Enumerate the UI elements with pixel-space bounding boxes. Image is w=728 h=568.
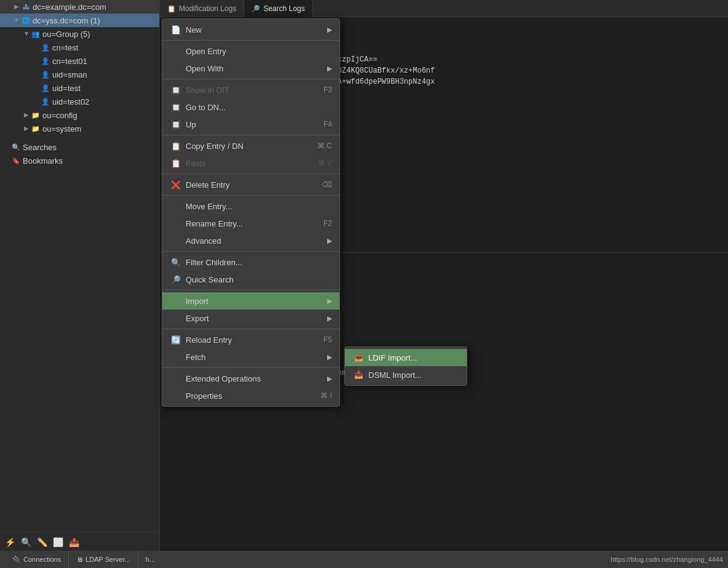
tree-arrow: [32, 43, 41, 52]
tree-label: ou=config: [42, 111, 77, 120]
rename-icon: [170, 217, 182, 230]
submenu-item-dsml-import[interactable]: 📥 DSML Import...: [345, 366, 467, 383]
toolbar-btn-5[interactable]: 📤: [66, 535, 81, 549]
tree-item-searches[interactable]: 🔍 Searches: [0, 140, 159, 154]
status-tab-ldap-server[interactable]: 🖥 LDAP Server...: [69, 551, 138, 568]
tab-search-logs[interactable]: 🔎 Search Logs: [244, 0, 312, 17]
context-menu: 📄 New ▶ Open Entry Open With ▶ 🔲 Show in…: [162, 18, 340, 407]
toolbar-btn-1[interactable]: ⚡: [2, 535, 17, 549]
shortcut: F4: [323, 120, 332, 129]
quick-search-icon: 🔎: [170, 273, 182, 286]
tree-item-dc-example[interactable]: ▶ 🖧 dc=example,dc=com: [0, 0, 159, 14]
filter-icon: 🔍: [170, 256, 182, 268]
menu-item-open-with[interactable]: Open With ▶: [162, 60, 339, 77]
tree-label: uid=test: [52, 84, 81, 93]
menu-item-label: Import: [186, 297, 323, 306]
dsml-import-icon: 📥: [352, 369, 365, 381]
bookmark-icon: 🔖: [11, 156, 21, 166]
menu-item-label: Filter Children...: [186, 258, 332, 267]
tree-item-cn-test01[interactable]: 👤 cn=test01: [0, 54, 159, 68]
menu-item-label: Up: [186, 120, 316, 129]
menu-separator: [162, 367, 339, 368]
tree-item-uid-sman[interactable]: 👤 uid=sman: [0, 68, 159, 81]
menu-item-rename-entry[interactable]: Rename Entry... F2: [162, 215, 339, 232]
menu-item-label: Delete Entry: [186, 180, 314, 190]
menu-item-label: Fetch: [186, 353, 323, 362]
export-icon: [170, 312, 182, 324]
search-icon: 🔍: [11, 142, 21, 152]
menu-item-advanced[interactable]: Advanced ▶: [162, 232, 339, 249]
menu-item-new[interactable]: 📄 New ▶: [162, 21, 339, 38]
arrow-icon: ▶: [327, 26, 332, 34]
tree-item-ou-config[interactable]: ▶ 📁 ou=config: [0, 108, 159, 122]
log-tabs: 📋 Modification Logs 🔎 Search Logs: [160, 0, 728, 17]
import-submenu: 📥 LDIF Import... 📥 DSML Import...: [344, 346, 467, 386]
open-with-icon: [170, 62, 182, 74]
menu-item-quick-search[interactable]: 🔎 Quick Search: [162, 271, 339, 288]
toolbar-btn-3[interactable]: ✏️: [34, 535, 49, 549]
tree-label: uid=sman: [52, 70, 87, 79]
menu-item-up[interactable]: 🔲 Up F4: [162, 116, 339, 133]
tree-label: cn=test01: [52, 57, 87, 66]
menu-item-copy-entry[interactable]: 📋 Copy Entry / DN ⌘ C: [162, 137, 339, 154]
folder-icon: 📁: [31, 110, 41, 120]
tree-label: ou=Group (5): [42, 30, 90, 39]
fetch-icon: [170, 351, 182, 363]
menu-item-import[interactable]: Import ▶: [162, 292, 339, 310]
tree-arrow: [32, 57, 41, 65]
menu-item-show-in-dit: 🔲 Show in DIT F3: [162, 81, 339, 98]
tree-item-uid-test[interactable]: 👤 uid=test: [0, 81, 159, 95]
tree-item-ou-system[interactable]: ▶ 📁 ou=system: [0, 122, 159, 135]
shortcut: F3: [323, 86, 332, 94]
globe-icon: 🌐: [21, 15, 31, 25]
tree-arrow: [2, 143, 11, 151]
tree-item-bookmarks[interactable]: 🔖 Bookmarks: [0, 154, 159, 167]
arrow-icon: ▶: [327, 314, 332, 322]
menu-separator: [162, 40, 339, 41]
tree-item-ou-group[interactable]: ▼ 👥 ou=Group (5): [0, 27, 159, 41]
tree-arrow: ▼: [12, 16, 21, 25]
arrow-icon: ▶: [327, 65, 332, 73]
status-url: https://blog.csdn.net/zhangiong_4444: [611, 556, 723, 563]
shortcut: ⌘ I: [320, 391, 332, 400]
tree-item-dc-yss[interactable]: ▼ 🌐 dc=yss,dc=com (1): [0, 14, 159, 27]
tree-item-uid-test02[interactable]: 👤 uid=test02: [0, 95, 159, 108]
status-tab-connections[interactable]: 🔌 Connections: [5, 551, 69, 568]
tree-label: dc=yss,dc=com (1): [33, 16, 100, 25]
menu-item-delete-entry[interactable]: ❌ Delete Entry ⌫: [162, 176, 339, 193]
menu-item-filter-children[interactable]: 🔍 Filter Children...: [162, 254, 339, 271]
menu-item-label: Extended Operations: [186, 374, 323, 383]
arrow-icon: ▶: [327, 297, 332, 305]
user-icon: 👤: [41, 42, 50, 52]
menu-item-label: Paste: [186, 159, 311, 168]
tab-modification-logs[interactable]: 📋 Modification Logs: [160, 0, 244, 17]
shortcut: ⌫: [322, 180, 332, 189]
tree-label: Searches: [23, 143, 57, 152]
shortcut: F2: [323, 219, 332, 228]
menu-item-export[interactable]: Export ▶: [162, 310, 339, 327]
submenu-label: LDIF Import...: [368, 353, 417, 362]
up-icon: 🔲: [170, 118, 182, 130]
import-icon: [170, 295, 182, 307]
menu-item-reload-entry[interactable]: 🔄 Reload Entry F5: [162, 331, 339, 348]
copy-icon: 📋: [170, 140, 182, 152]
menu-item-label: Go to DN...: [186, 103, 332, 112]
menu-item-properties[interactable]: Properties ⌘ I: [162, 387, 339, 404]
menu-separator: [162, 195, 339, 196]
menu-item-label: Open Entry: [186, 47, 332, 56]
tree-arrow: [32, 84, 41, 92]
user-icon: 👤: [41, 56, 50, 66]
menu-item-label: Show in DIT: [186, 86, 316, 95]
tree-item-cn-test[interactable]: 👤 cn=test: [0, 41, 159, 54]
menu-item-open-entry[interactable]: Open Entry: [162, 42, 339, 60]
menu-item-fetch[interactable]: Fetch ▶: [162, 348, 339, 366]
menu-item-go-to-dn[interactable]: 🔲 Go to DN...: [162, 98, 339, 116]
menu-item-extended-operations[interactable]: Extended Operations ▶: [162, 370, 339, 387]
submenu-item-ldif-import[interactable]: 📥 LDIF Import...: [345, 349, 467, 366]
menu-item-label: Move Entry...: [186, 202, 332, 211]
tree-arrow: [32, 70, 41, 79]
menu-item-move-entry[interactable]: Move Entry...: [162, 198, 339, 215]
toolbar-btn-2[interactable]: 🔍: [18, 535, 33, 549]
ldif-import-icon: 📥: [352, 351, 365, 364]
toolbar-btn-4[interactable]: ⬜: [50, 535, 65, 549]
